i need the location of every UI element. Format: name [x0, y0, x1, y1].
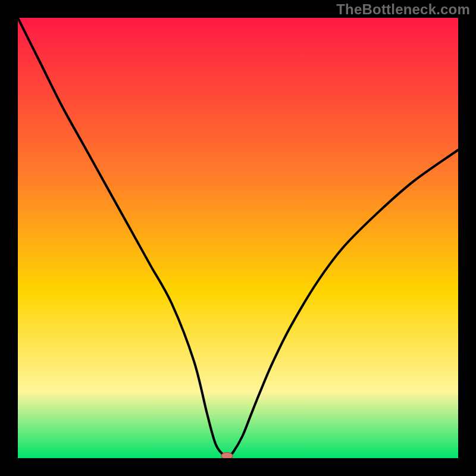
- optimal-point-marker: [221, 452, 233, 458]
- plot-area: [18, 18, 458, 458]
- chart-svg: [18, 18, 458, 458]
- watermark-text: TheBottleneck.com: [336, 1, 470, 18]
- chart-frame: TheBottleneck.com: [0, 0, 476, 476]
- gradient-background: [18, 18, 458, 458]
